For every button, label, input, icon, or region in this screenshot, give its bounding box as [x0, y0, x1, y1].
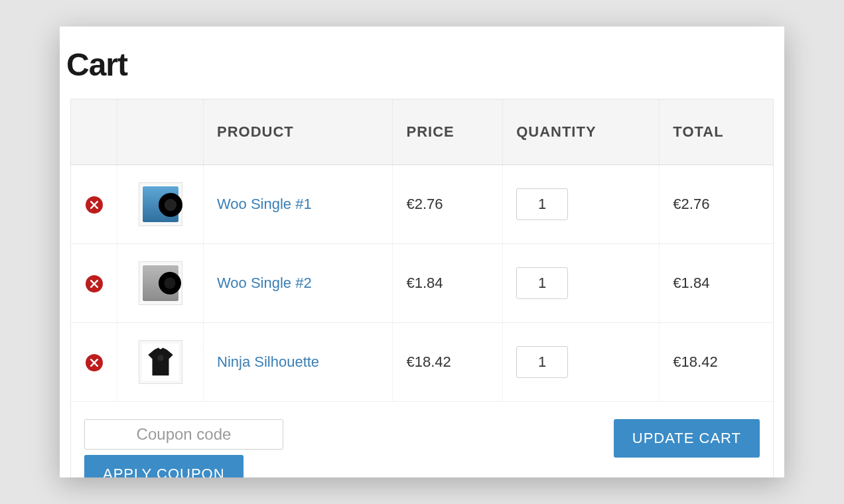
coupon-code-input[interactable]: [84, 419, 283, 450]
col-quantity-header: QUANTITY: [503, 99, 660, 165]
page-title: Cart: [60, 46, 784, 99]
col-product-header: PRODUCT: [204, 99, 393, 165]
product-thumbnail[interactable]: [139, 340, 182, 384]
total-cell: €2.76: [660, 165, 774, 244]
close-icon: [90, 359, 98, 367]
vinyl-record-icon: [143, 186, 178, 222]
remove-item-button[interactable]: [86, 275, 103, 292]
table-row: Woo Single #2 €1.84 €1.84: [71, 244, 774, 323]
col-total-header: TOTAL: [660, 99, 774, 165]
cart-card: Cart PRODUCT PRICE QUANTITY TOTAL: [60, 27, 784, 477]
remove-item-button[interactable]: [86, 196, 103, 214]
table-row: Woo Single #1 €2.76 €2.76: [71, 165, 774, 244]
coupon-block: APPLY COUPON: [84, 419, 283, 477]
col-thumb-header: [117, 99, 204, 165]
product-link[interactable]: Woo Single #2: [217, 275, 312, 291]
svg-point-0: [157, 355, 163, 361]
close-icon: [90, 201, 98, 209]
product-thumbnail[interactable]: [139, 182, 182, 226]
price-cell: €2.76: [393, 165, 503, 244]
product-link[interactable]: Woo Single #1: [217, 196, 312, 212]
tshirt-icon: [144, 346, 177, 379]
price-cell: €18.42: [393, 323, 503, 402]
total-cell: €18.42: [660, 323, 774, 402]
quantity-input[interactable]: [516, 188, 568, 220]
price-cell: €1.84: [393, 244, 503, 323]
product-thumbnail[interactable]: [139, 261, 182, 305]
cart-header-row: PRODUCT PRICE QUANTITY TOTAL: [71, 99, 774, 165]
col-remove-header: [71, 99, 117, 165]
update-cart-button[interactable]: UPDATE CART: [614, 419, 760, 458]
quantity-input[interactable]: [516, 267, 568, 299]
table-row: Ninja Silhouette €18.42 €18.42: [71, 323, 774, 402]
close-icon: [90, 280, 98, 288]
vinyl-record-icon: [143, 265, 178, 301]
cart-actions-row: APPLY COUPON UPDATE CART: [71, 402, 774, 478]
apply-coupon-button[interactable]: APPLY COUPON: [84, 455, 244, 477]
product-link[interactable]: Ninja Silhouette: [217, 353, 319, 370]
cart-table: PRODUCT PRICE QUANTITY TOTAL W: [70, 99, 774, 477]
remove-item-button[interactable]: [86, 354, 103, 371]
quantity-input[interactable]: [516, 346, 568, 378]
total-cell: €1.84: [660, 244, 774, 323]
col-price-header: PRICE: [393, 99, 503, 165]
